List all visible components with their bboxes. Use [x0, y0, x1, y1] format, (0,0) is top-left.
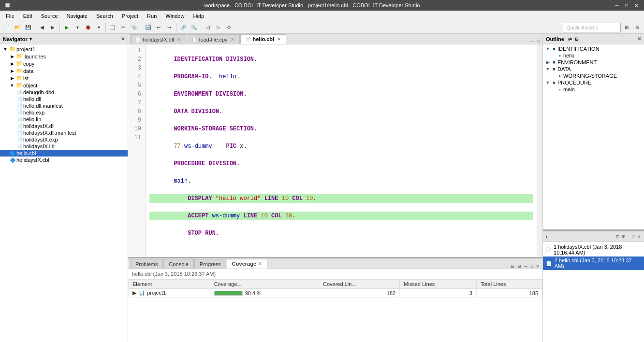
bottom-ctrl-2[interactable]: ⊞ [516, 264, 522, 269]
history-ctrl-2[interactable]: ⊞ [622, 234, 626, 239]
toolbar-run[interactable]: ▶ [62, 23, 72, 32]
bottom-ctrl-1[interactable]: ⊟ [510, 264, 515, 269]
editor-maximize-btn[interactable]: □ [536, 39, 541, 44]
editor-tab-controls: ─ □ [528, 39, 542, 44]
outline-environment[interactable]: ▶ ■ ENVIRONMENT [543, 59, 644, 66]
history-ctrl-4[interactable]: □ [633, 234, 635, 239]
tree-item-holidaysIX-lib[interactable]: 📄 holidaysIX.lib [0, 143, 128, 150]
tree-item-hello-cbl[interactable]: 🔷 hello.cbl [0, 150, 128, 157]
tree-item-hello-dll[interactable]: 📄 hello.dll [0, 96, 128, 102]
toolbar-btn5[interactable]: ↩ [154, 23, 163, 32]
tree-item-copy[interactable]: ▶ 📁 copy [0, 60, 128, 67]
menu-project[interactable]: Project [118, 12, 142, 20]
minimize-button[interactable]: ─ [613, 1, 621, 9]
bottom-ctrl-3[interactable]: ─ [523, 264, 528, 269]
tree-item-holidaysIX-cbl[interactable]: 🔷 holidaysIX.cbl [0, 157, 128, 163]
menu-file[interactable]: File [2, 12, 18, 20]
navigator-menu-btn[interactable]: ▾ [29, 37, 32, 42]
toolbar-debug[interactable]: 🐞 [83, 23, 93, 32]
history-ctrl-1[interactable]: ⊟ [616, 234, 620, 239]
tree-item-hello-lib[interactable]: 📄 hello.lib [0, 116, 128, 123]
toolbar-back[interactable]: ◀ [37, 23, 47, 32]
tree-label-holidaysIX-dll-manifest: holidaysIX.dll.manifest [23, 130, 76, 136]
toolbar-btn6[interactable]: ↪ [164, 23, 174, 32]
toolbar-btn9[interactable]: ◁ [203, 23, 213, 32]
tree-item-object[interactable]: ▼ 📁 object [0, 82, 128, 89]
toolbar-run-dropdown[interactable]: ▾ [73, 23, 82, 32]
toolbar-open[interactable]: 📂 [13, 23, 22, 32]
toolbar-forward[interactable]: ▶ [48, 23, 58, 32]
outline-data[interactable]: ▼ ■ DATA [543, 66, 644, 72]
menu-help[interactable]: Help [189, 12, 208, 20]
tree-arrow-lst: ▶ [9, 76, 15, 81]
tree-item-data[interactable]: ▶ 📁 data [0, 67, 128, 74]
expand-arrow[interactable]: ▶ [132, 290, 136, 296]
toolbar-btn3[interactable]: 📎 [129, 23, 139, 32]
toolbar-btn1[interactable]: 📋 [108, 23, 117, 32]
id-icon: ● [556, 54, 563, 58]
code-editor[interactable]: IDENTIFICATION DIVISION. PROGRAM-ID. hel… [146, 44, 537, 257]
tree-label-hello-exp: hello.exp [23, 110, 44, 115]
toolbar-perspective1[interactable]: ⊞ [622, 23, 631, 32]
outline-identification[interactable]: ▼ ■ IDENTIFICATION [543, 45, 644, 52]
bottom-tab-coverage[interactable]: Coverage ✕ [227, 259, 267, 269]
navigator-close-btn[interactable]: ✕ [121, 36, 125, 42]
tab-close-holidaysIX-dll[interactable]: ✕ [177, 37, 181, 42]
editor-scrollbar[interactable] [537, 44, 542, 257]
toolbar-btn11[interactable]: ⟳ [224, 23, 234, 32]
line-num-1: 1 [130, 46, 141, 55]
tree-item-launches[interactable]: ▶ 📁 .launches [0, 53, 128, 60]
history-ctrl-3[interactable]: ─ [628, 234, 630, 239]
bottom-tab-problems[interactable]: Problems [130, 259, 163, 269]
history-item-1[interactable]: 📄 1 holidaysIX.cbl (Jan 3, 2018 10:16:44… [543, 243, 644, 256]
outline-close-btn[interactable]: ✕ [637, 36, 641, 42]
outline-main[interactable]: ● main [543, 86, 644, 93]
close-button[interactable]: ✕ [632, 1, 640, 9]
toolbar-btn8[interactable]: 🔍 [189, 23, 199, 32]
tree-item-lst[interactable]: ▶ 📁 lst [0, 74, 128, 82]
history-ctrl-5[interactable]: ✕ [637, 234, 641, 239]
menu-window[interactable]: Window [161, 12, 188, 20]
tree-item-hello-exp[interactable]: 📄 hello.exp [0, 109, 128, 116]
menu-edit[interactable]: Edit [19, 12, 36, 20]
tree-label-holidaysIX-lib: holidaysIX.lib [23, 143, 55, 149]
maximize-button[interactable]: □ [623, 1, 630, 9]
outline-procedure[interactable]: ▼ ■ PROCEDURE [543, 79, 644, 86]
outline-working-storage[interactable]: ▸ WORKING-STORAGE [543, 72, 644, 79]
bottom-tab-close-coverage[interactable]: ✕ [258, 261, 262, 266]
quick-access-input[interactable]: Quick Access [563, 23, 621, 32]
toolbar-perspective2[interactable]: ⊟ [632, 23, 642, 32]
toolbar-btn7[interactable]: 🔗 [178, 23, 188, 32]
tree-item-holidaysIX-exp[interactable]: 📄 holidaysIX.exp [0, 136, 128, 143]
tab-hello-cbl[interactable]: 📄 hello.cbl ✕ [240, 34, 287, 44]
bottom-ctrl-4[interactable]: □ [529, 264, 534, 269]
menu-search[interactable]: Search [92, 12, 117, 20]
tab-close-load-file[interactable]: ✕ [231, 37, 234, 42]
tree-item-holidaysIX-dll[interactable]: 📄 holidaysIX.dll [0, 123, 128, 129]
toolbar-btn4[interactable]: 🔙 [143, 23, 153, 32]
menu-navigate[interactable]: Navigate [63, 12, 91, 20]
toolbar-debug-dropdown[interactable]: ▾ [94, 23, 103, 32]
outline-sync-btn[interactable]: ⇄ [568, 37, 572, 42]
tree-item-project1[interactable]: ▼ 📁 project1 [0, 45, 128, 53]
bottom-tab-console[interactable]: Console [163, 259, 193, 269]
menu-source[interactable]: Source [37, 12, 62, 20]
tab-load-file[interactable]: 📄 load-file.cpy ✕ [187, 34, 240, 44]
tree-item-holidaysIX-dll-manifest[interactable]: 📄 holidaysIX.dll.manifest [0, 129, 128, 136]
tab-close-hello-cbl[interactable]: ✕ [277, 37, 281, 42]
tree-item-hello-dll-manifest[interactable]: 📄 hello.dll.manifest [0, 102, 128, 109]
outline-hello[interactable]: ● hello [543, 52, 644, 59]
bottom-ctrl-5[interactable]: ✕ [535, 264, 541, 269]
toolbar-new[interactable]: 📄 [2, 23, 12, 32]
toolbar-btn2[interactable]: ✂ [118, 23, 128, 32]
editor-minimize-btn[interactable]: ─ [530, 39, 535, 44]
tab-holidaysIX-dll[interactable]: 📄 holidaysIX.dll ✕ [130, 34, 186, 44]
toolbar-btn10[interactable]: ▷ [214, 23, 223, 32]
history-item-2[interactable]: 📄 2 hello.cbl (Jan 3, 2018 10:23:37 AM) [543, 256, 644, 270]
bottom-tab-progress[interactable]: Progress [194, 259, 226, 269]
tree-item-debugdb[interactable]: 📄 debugdb.dbd [0, 89, 128, 96]
outline-collapse-btn[interactable]: ⊟ [575, 37, 579, 42]
menu-run[interactable]: Run [143, 12, 161, 20]
toolbar-save[interactable]: 💾 [23, 23, 33, 32]
coverage-content: hello.cbl (Jan 3, 2018 10:23:37 AM) Elem… [128, 269, 542, 342]
